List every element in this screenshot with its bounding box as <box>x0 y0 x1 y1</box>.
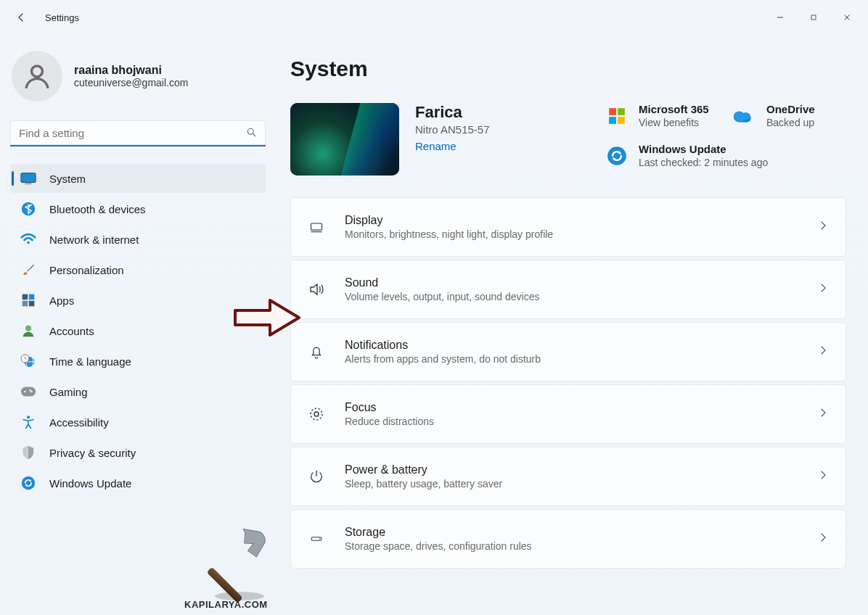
nav: System Bluetooth & devices Network & int… <box>10 164 266 498</box>
profile-block[interactable]: raaina bhojwani cuteuniverse@gmail.com <box>10 51 266 102</box>
chevron-right-icon <box>816 344 830 360</box>
avatar-icon <box>12 51 62 102</box>
sidebar-item-windows-update[interactable]: Windows Update <box>10 469 266 498</box>
chevron-right-icon <box>816 406 830 422</box>
update-icon <box>20 475 36 491</box>
service-sub: Backed up <box>766 117 815 128</box>
rename-link[interactable]: Rename <box>415 140 575 152</box>
gamepad-icon <box>20 384 36 400</box>
svg-rect-14 <box>22 294 28 300</box>
sidebar-item-bluetooth[interactable]: Bluetooth & devices <box>10 194 266 223</box>
service-sub: View benefits <box>639 117 709 128</box>
maximize-button[interactable] <box>797 6 830 29</box>
svg-point-26 <box>22 476 35 490</box>
svg-point-22 <box>24 391 25 392</box>
sidebar-item-time-language[interactable]: Time & language <box>10 347 266 376</box>
svg-rect-17 <box>29 301 35 307</box>
sidebar-item-network[interactable]: Network & internet <box>10 225 266 254</box>
search-icon <box>245 126 257 141</box>
sidebar-item-apps[interactable]: Apps <box>10 286 266 315</box>
focus-icon <box>307 405 326 423</box>
chevron-right-icon <box>816 469 830 484</box>
update-icon <box>605 144 629 168</box>
profile-email: cuteuniverse@gmail.com <box>74 77 188 88</box>
sidebar-item-gaming[interactable]: Gaming <box>10 377 266 406</box>
sound-icon <box>307 281 326 298</box>
card-sound[interactable]: SoundVolume levels, output, input, sound… <box>290 260 846 319</box>
watermark-text: KAPILARYA.COM <box>184 599 268 610</box>
person-icon <box>20 323 36 339</box>
card-title: Storage <box>345 526 816 539</box>
sidebar-item-label: Apps <box>49 294 74 307</box>
chevron-right-icon <box>816 219 830 235</box>
app-title: Settings <box>45 12 79 23</box>
svg-point-25 <box>27 416 30 418</box>
minimize-button[interactable] <box>763 6 797 29</box>
hammer-watermark-icon <box>203 527 276 602</box>
sidebar-item-label: Network & internet <box>49 234 139 246</box>
device-info: Farica Nitro AN515-57 Rename <box>415 103 575 152</box>
service-windows-update[interactable]: Windows UpdateLast checked: 2 minutes ag… <box>605 143 846 168</box>
brush-icon <box>20 262 36 278</box>
search-input[interactable] <box>10 120 266 146</box>
chevron-right-icon <box>816 281 830 297</box>
service-title: Windows Update <box>639 143 768 155</box>
sidebar-item-label: Accessibility <box>49 416 109 429</box>
sidebar-item-label: Bluetooth & devices <box>49 203 146 215</box>
card-title: Focus <box>345 401 816 414</box>
back-button[interactable] <box>13 9 29 25</box>
sidebar-item-label: Gaming <box>49 386 88 398</box>
service-onedrive[interactable]: OneDriveBacked up <box>733 103 846 128</box>
svg-rect-21 <box>21 387 36 397</box>
sidebar-item-label: Personalization <box>49 264 124 276</box>
page-title: System <box>290 57 846 81</box>
svg-point-13 <box>27 242 30 244</box>
card-sub: Reduce distractions <box>345 416 816 427</box>
card-title: Power & battery <box>345 463 816 476</box>
apps-icon <box>20 292 36 308</box>
svg-point-24 <box>30 389 31 391</box>
card-notifications[interactable]: NotificationsAlerts from apps and system… <box>290 322 846 381</box>
overview: Farica Nitro AN515-57 Rename Microsoft 3… <box>290 103 846 176</box>
svg-rect-11 <box>25 183 31 184</box>
search-wrap <box>10 120 266 146</box>
card-display[interactable]: DisplayMonitors, brightness, night light… <box>290 197 846 257</box>
sidebar-item-label: System <box>49 173 86 185</box>
sidebar-item-label: Accounts <box>49 325 94 337</box>
card-sub: Volume levels, output, input, sound devi… <box>345 291 816 302</box>
storage-icon <box>307 532 326 545</box>
card-storage[interactable]: StorageStorage space, drives, configurat… <box>290 509 846 569</box>
onedrive-icon <box>733 104 756 128</box>
close-button[interactable] <box>830 6 864 29</box>
svg-rect-27 <box>609 108 616 115</box>
power-icon <box>307 469 326 484</box>
clock-globe-icon <box>20 353 36 369</box>
svg-point-31 <box>607 146 626 165</box>
sidebar-item-accounts[interactable]: Accounts <box>10 316 266 345</box>
titlebar: Settings <box>0 0 868 35</box>
device-name: Farica <box>415 103 575 122</box>
sidebar-item-privacy[interactable]: Privacy & security <box>10 438 266 467</box>
bell-icon <box>307 344 326 360</box>
display-icon <box>307 220 326 234</box>
card-title: Sound <box>345 276 816 289</box>
service-ms365[interactable]: Microsoft 365View benefits <box>605 103 718 128</box>
card-sub: Storage space, drives, configuration rul… <box>345 540 816 552</box>
svg-rect-30 <box>618 117 625 124</box>
window-controls <box>763 6 864 29</box>
card-power[interactable]: Power & batterySleep, battery usage, bat… <box>290 447 846 506</box>
sidebar-item-system[interactable]: System <box>10 164 266 193</box>
device-model: Nitro AN515-57 <box>415 123 575 136</box>
card-sub: Sleep, battery usage, battery saver <box>345 478 816 490</box>
bluetooth-icon <box>20 201 36 217</box>
card-focus[interactable]: FocusReduce distractions <box>290 384 846 444</box>
sidebar-item-personalization[interactable]: Personalization <box>10 255 266 284</box>
sidebar-item-accessibility[interactable]: Accessibility <box>10 408 266 437</box>
svg-rect-28 <box>618 108 625 115</box>
chevron-right-icon <box>816 531 830 547</box>
monitor-icon <box>20 170 36 186</box>
service-sub: Last checked: 2 minutes ago <box>639 157 768 168</box>
svg-rect-15 <box>29 294 35 300</box>
card-sub: Monitors, brightness, night light, displ… <box>345 228 816 240</box>
sidebar-item-label: Time & language <box>49 355 131 368</box>
